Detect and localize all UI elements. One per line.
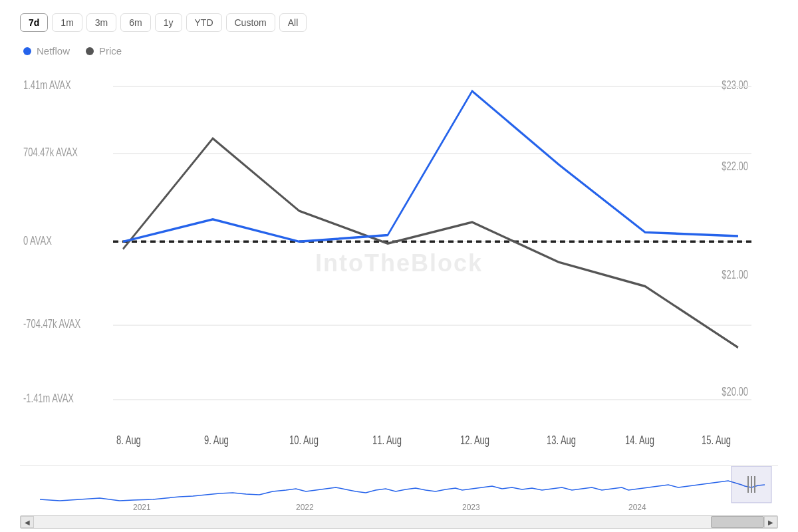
svg-text:$20.00: $20.00 (722, 385, 748, 398)
svg-text:704.47k AVAX: 704.47k AVAX (23, 146, 78, 159)
svg-text:-1.41m AVAX: -1.41m AVAX (23, 392, 74, 405)
main-chart-area: IntoTheBlock 1.41m AVAX 704.47k AVAX 0 A… (20, 63, 778, 463)
svg-text:2021: 2021 (133, 503, 151, 512)
price-label: Price (99, 45, 122, 57)
main-container: 7d 1m 3m 6m 1y YTD Custom All Netflow Pr… (0, 0, 798, 532)
svg-text:11. Aug: 11. Aug (372, 434, 402, 447)
svg-text:10. Aug: 10. Aug (289, 434, 319, 447)
scroll-left-btn[interactable]: ◀ (21, 516, 34, 528)
svg-text:15. Aug: 15. Aug (702, 434, 731, 447)
svg-text:1.41m AVAX: 1.41m AVAX (23, 78, 71, 92)
btn-3m[interactable]: 3m (86, 13, 116, 32)
legend-netflow: Netflow (23, 45, 70, 57)
svg-text:$22.00: $22.00 (722, 160, 748, 173)
btn-custom[interactable]: Custom (226, 13, 275, 32)
svg-text:9. Aug: 9. Aug (204, 434, 229, 447)
scrollbar-thumb[interactable] (711, 516, 764, 528)
svg-text:2024: 2024 (628, 503, 646, 512)
svg-text:8. Aug: 8. Aug (116, 434, 141, 447)
svg-text:$21.00: $21.00 (722, 268, 748, 281)
btn-7d[interactable]: 7d (20, 13, 48, 32)
scroll-right-btn[interactable]: ▶ (764, 516, 777, 528)
btn-ytd[interactable]: YTD (186, 13, 222, 32)
netflow-label: Netflow (37, 45, 70, 57)
mini-chart-container: 2021 2022 2023 2024 ◀ ▶ (20, 466, 778, 525)
mini-chart-svg: 2021 2022 2023 2024 (20, 466, 778, 513)
svg-text:2022: 2022 (296, 503, 314, 512)
svg-text:-704.47k AVAX: -704.47k AVAX (23, 317, 81, 331)
btn-all[interactable]: All (279, 13, 307, 32)
btn-6m[interactable]: 6m (120, 13, 150, 32)
svg-text:14. Aug: 14. Aug (625, 434, 654, 447)
svg-text:$23.00: $23.00 (722, 78, 748, 92)
btn-1y[interactable]: 1y (155, 13, 182, 32)
time-range-buttons: 7d 1m 3m 6m 1y YTD Custom All (20, 13, 778, 32)
netflow-dot (23, 47, 31, 55)
legend-price: Price (86, 45, 122, 57)
svg-text:13. Aug: 13. Aug (547, 434, 576, 447)
price-dot (86, 47, 94, 55)
btn-1m[interactable]: 1m (52, 13, 82, 32)
svg-text:0 AVAX: 0 AVAX (23, 233, 52, 247)
svg-text:2023: 2023 (462, 503, 480, 512)
scrollbar-track[interactable] (34, 516, 764, 528)
scrollbar[interactable]: ◀ ▶ (20, 515, 778, 529)
svg-text:12. Aug: 12. Aug (460, 434, 489, 447)
main-chart-svg: 1.41m AVAX 704.47k AVAX 0 AVAX -704.47k … (20, 63, 778, 463)
chart-legend: Netflow Price (20, 45, 778, 57)
